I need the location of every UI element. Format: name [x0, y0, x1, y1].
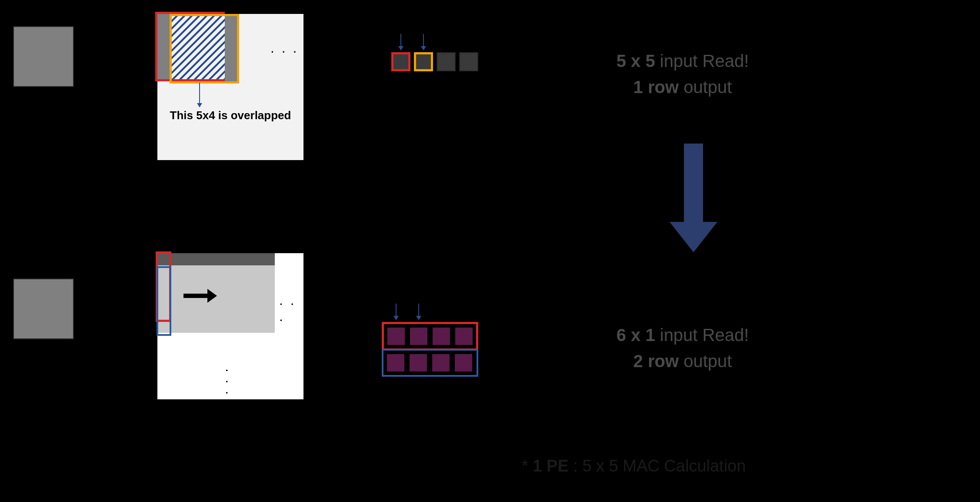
output-cell	[437, 52, 456, 71]
text-top-rest2: output	[679, 77, 732, 97]
text-top-bold2: 1 row	[633, 77, 679, 97]
output-row-blue	[382, 349, 478, 377]
footnote-rest: : 5 x 5 MAC Calculation	[569, 457, 746, 475]
pe-cell	[454, 327, 473, 346]
output-bottom	[382, 322, 478, 377]
footnote-prefix: *	[522, 457, 533, 475]
text-bottom-bold2: 2 row	[633, 351, 679, 371]
footnote-bold: 1 PE	[533, 457, 568, 475]
text-bottom-rest2: output	[679, 351, 732, 371]
right-arrow-icon	[183, 289, 217, 303]
pe-cell	[387, 327, 406, 346]
output-top	[391, 52, 478, 71]
pe-cell	[386, 353, 405, 372]
arrow-down-icon	[418, 304, 419, 319]
ellipsis-bottom-v: . . .	[223, 368, 239, 396]
overlap-label: This 5x4 is overlapped	[161, 109, 300, 122]
pe-cell	[432, 327, 451, 346]
input-bottom: . . . . . .	[157, 252, 304, 400]
arrow-down-icon	[400, 34, 401, 50]
darkgray-row-bottom	[157, 253, 275, 265]
arrow-down-icon	[396, 304, 397, 319]
pe-cell	[454, 353, 473, 372]
footnote: * 1 PE : 5 x 5 MAC Calculation	[522, 457, 746, 475]
pe-cell	[431, 353, 450, 372]
annotation-arrow-top	[199, 83, 200, 107]
kernel-bottom	[13, 278, 74, 339]
ellipsis-bottom-h: . . .	[279, 292, 303, 325]
big-arrow-down-icon	[670, 144, 717, 252]
pe-cell	[409, 327, 428, 346]
text-bottom-bold1: 6 x 1	[617, 325, 655, 345]
text-bottom: 6 x 1 input Read! 2 row output	[570, 322, 796, 374]
text-top-bold1: 5 x 5	[617, 51, 655, 70]
output-cell-red	[391, 52, 410, 71]
arrow-down-icon	[423, 34, 424, 50]
text-top: 5 x 5 input Read! 1 row output	[570, 48, 796, 100]
yellow-window-top	[170, 14, 239, 84]
blue-column-bottom	[157, 266, 171, 336]
pe-cell	[409, 353, 428, 372]
ellipsis-top-h: . . .	[270, 40, 298, 56]
kernel-top	[13, 26, 74, 87]
output-row-red	[382, 322, 478, 351]
text-top-rest1: input Read!	[655, 51, 749, 70]
output-cell	[459, 52, 478, 71]
input-top: . . . This 5x4 is overlapped	[157, 13, 304, 161]
text-bottom-rest1: input Read!	[655, 325, 749, 345]
output-cell-yellow	[414, 52, 433, 71]
